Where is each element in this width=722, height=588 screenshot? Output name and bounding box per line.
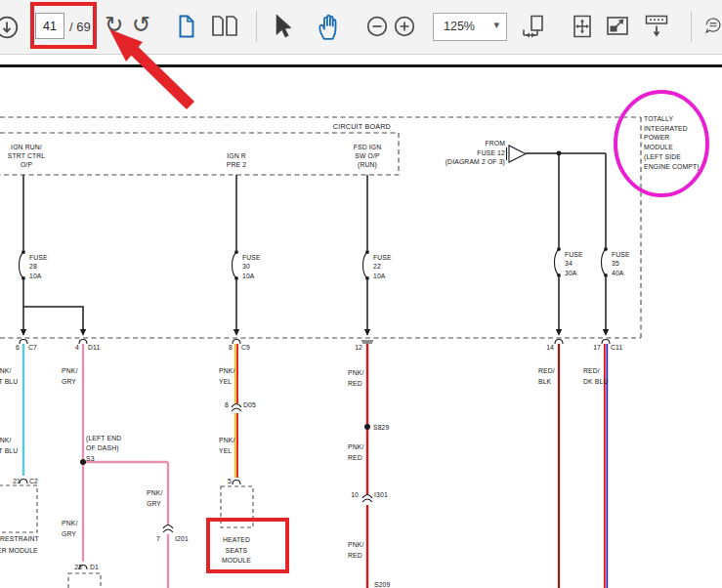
pdf-viewer-window: / 69 ↻ ↺ — [0, 0, 722, 588]
restraint-module-label: RESTRAINT — [0, 535, 39, 542]
fuse-35-label: FUSE3540A — [612, 251, 630, 276]
restraint-module-label: ER MODULE — [0, 547, 38, 554]
from-fuse12-label: FROMFUSE 12(DIAGRAM 2 OF 3) — [446, 140, 506, 166]
fullscreen-icon[interactable] — [605, 14, 630, 39]
chevron-down-icon: ▾ — [493, 19, 499, 31]
fit-page-icon[interactable] — [570, 14, 595, 39]
wire-color-label: PNK/YEL — [219, 367, 234, 385]
pdf-toolbar: / 69 ↻ ↺ — [0, 0, 722, 55]
board-output-ign-run: IGN RUN/STRT CTRLO/P — [8, 144, 46, 168]
comment-bubble-icon[interactable] — [704, 13, 722, 40]
page-top-border — [0, 64, 722, 67]
inline-pin: 8 — [225, 401, 229, 408]
heated-seats-module — [221, 481, 253, 528]
pin-number: 23 — [74, 564, 82, 570]
fuse-22-label: FUSE2210A — [373, 254, 392, 279]
inline-connector-id: I301 — [374, 491, 388, 498]
zoom-out-icon[interactable] — [366, 16, 388, 37]
pin-number: 14 — [546, 344, 554, 351]
inline-connector-id: D05 — [243, 401, 256, 408]
connector-id: C11 — [611, 344, 622, 351]
inline-connector-id: I201 — [175, 535, 189, 542]
wiring-diagram-canvas: CIRCUIT BOARD IGN RUN/STRT CTRLO/P IGN R… — [0, 66, 722, 588]
page-down-icon[interactable] — [0, 15, 20, 40]
circuit-board-box — [0, 133, 399, 175]
harness-wires — [23, 344, 607, 588]
wire-color-label: PNK/GRY — [62, 520, 77, 537]
connector-id: D1 — [90, 564, 99, 570]
restraint-module — [0, 480, 37, 533]
wire-color-label: PNK/RED — [348, 541, 363, 559]
rotate-clockwise-icon[interactable]: ↻ — [105, 12, 123, 37]
wire-color-label: PNK/YEL — [219, 437, 234, 454]
wire-color-label: PNK/GRY — [62, 367, 77, 385]
wire-color-label: PNK/RED — [348, 443, 363, 461]
tipm-internal-wires — [23, 151, 606, 330]
page-total-label: / 69 — [69, 20, 91, 34]
rotate-counterclockwise-icon[interactable]: ↺ — [132, 12, 150, 37]
pin-number: 17 — [593, 344, 601, 351]
fuse-symbols — [20, 247, 608, 280]
splice-dash-label: (LEFT ENDOF DASH)S3 — [86, 435, 121, 462]
inline-connector-symbols — [163, 404, 372, 533]
connector-id: C2 — [29, 478, 38, 484]
fuse-34-label: FUSE3430A — [565, 251, 583, 276]
zoom-in-icon[interactable] — [394, 16, 415, 37]
tipm-boundary — [0, 117, 641, 338]
wire-color-label: PNK/RED — [348, 369, 363, 387]
wire-color-label: PNK/LT BLU — [0, 367, 18, 385]
board-output-fsd-ign: FSD IGNSW O/P(RUN) — [354, 144, 382, 169]
toolbar-separator — [256, 11, 257, 42]
connector-terminals — [20, 329, 610, 344]
hand-tool-icon[interactable] — [316, 12, 341, 41]
wire-color-label: RED/BLK — [538, 367, 555, 385]
splice-s829-label: S829 — [373, 424, 390, 431]
pin-number: 4 — [75, 344, 79, 351]
offpage-connector-symbol — [507, 146, 527, 162]
inline-pin: 7 — [156, 535, 160, 542]
two-page-view-icon[interactable] — [210, 14, 239, 39]
connector-id: C7 — [28, 344, 37, 351]
fit-width-icon[interactable] — [521, 14, 546, 39]
single-page-view-icon[interactable] — [176, 14, 197, 39]
fuse-28-label: FUSE2810A — [29, 254, 48, 279]
wire-color-label: PNK/GRY — [147, 489, 162, 507]
pin-number: 12 — [355, 344, 362, 351]
zoom-level-dropdown[interactable]: 125% ▾ — [433, 13, 507, 41]
pin-number: 6 — [16, 344, 20, 351]
connector-id: C9 — [241, 344, 250, 351]
pin-number: 5 — [228, 478, 232, 484]
pin-number: 8 — [229, 344, 233, 351]
heated-seats-module-label: HEATEDSEATSMODULE — [222, 536, 251, 564]
connector-id: D11 — [88, 344, 100, 351]
tipm-label: TOTALLYINTEGRATEDPOWERMODULE(LEFT SIDEEN… — [644, 115, 700, 171]
hide-toolbar-icon[interactable] — [644, 14, 669, 39]
zoom-level-value: 125% — [444, 20, 475, 33]
select-tool-icon[interactable] — [273, 13, 294, 40]
page-number-input[interactable] — [35, 13, 64, 39]
splice-s829-dot — [364, 424, 370, 430]
splice-s209-label: S209 — [374, 581, 391, 588]
inline-pin: 10 — [351, 491, 359, 498]
circuit-board-label: CIRCUIT BOARD — [333, 122, 391, 131]
toolbar-separator — [691, 11, 692, 42]
board-output-ign-r: IGN RPRE 2 — [227, 152, 246, 168]
fuse-30-label: FUSE3010A — [242, 254, 261, 279]
wire-color-label: PNK/LT BLU — [0, 437, 18, 454]
pin-number: 21 — [13, 478, 21, 484]
